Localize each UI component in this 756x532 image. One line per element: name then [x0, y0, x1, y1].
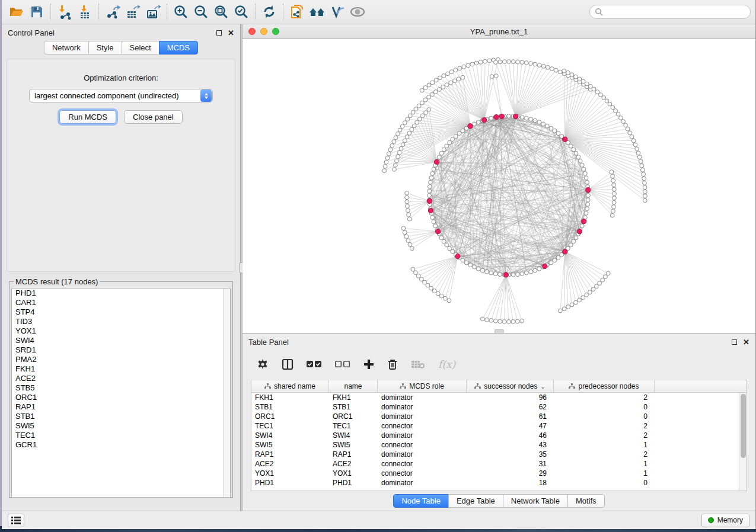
network-node[interactable]: [408, 242, 412, 246]
network-node[interactable]: [384, 160, 388, 164]
mcds-result-item[interactable]: YOX1: [12, 326, 230, 336]
add-icon[interactable]: [363, 359, 374, 370]
network-node[interactable]: [489, 116, 493, 120]
deselect-all-icon[interactable]: [335, 360, 350, 368]
network-node[interactable]: [549, 261, 553, 265]
network-node[interactable]: [640, 164, 644, 168]
network-node[interactable]: [466, 63, 470, 68]
refresh-layout-icon[interactable]: [259, 2, 279, 21]
network-node[interactable]: [430, 172, 435, 176]
zoom-out-icon[interactable]: [191, 2, 211, 21]
search-box[interactable]: [589, 5, 751, 19]
vizmapper-icon[interactable]: [327, 2, 347, 21]
network-node[interactable]: [529, 62, 533, 66]
network-node[interactable]: [390, 143, 394, 148]
optimization-criterion-dropdown[interactable]: largest connected component (undirected): [29, 89, 213, 102]
zoom-selected-icon[interactable]: [231, 2, 251, 21]
network-node[interactable]: [591, 287, 595, 291]
mcds-hub-node[interactable]: [435, 229, 440, 234]
run-mcds-button[interactable]: Run MCDS: [59, 110, 116, 124]
network-node[interactable]: [511, 273, 515, 277]
network-node[interactable]: [585, 180, 589, 184]
network-node[interactable]: [489, 271, 493, 275]
network-node[interactable]: [578, 159, 582, 164]
network-node[interactable]: [483, 59, 487, 63]
network-node[interactable]: [406, 204, 410, 209]
network-node[interactable]: [580, 163, 584, 167]
network-node[interactable]: [403, 230, 407, 235]
network-node[interactable]: [583, 172, 587, 176]
close-panel-icon[interactable]: ✕: [743, 339, 749, 345]
network-node[interactable]: [436, 291, 440, 296]
network-node[interactable]: [404, 235, 409, 239]
network-node[interactable]: [604, 275, 608, 279]
network-node[interactable]: [570, 303, 574, 307]
network-node[interactable]: [598, 281, 602, 286]
mcds-hub-node[interactable]: [468, 124, 473, 129]
mcds-hub-node[interactable]: [434, 159, 439, 164]
tab-edge-table[interactable]: Edge Table: [448, 494, 503, 508]
network-node[interactable]: [569, 243, 573, 247]
network-node[interactable]: [393, 168, 397, 172]
network-node[interactable]: [408, 114, 412, 118]
network-node[interactable]: [405, 135, 409, 139]
network-node[interactable]: [476, 267, 480, 271]
network-node[interactable]: [446, 72, 450, 76]
network-node[interactable]: [533, 268, 537, 273]
network-node[interactable]: [610, 170, 614, 174]
network-node[interactable]: [516, 273, 520, 277]
network-node[interactable]: [457, 77, 461, 81]
mcds-result-item[interactable]: SWI4: [12, 336, 230, 345]
network-node[interactable]: [445, 144, 449, 148]
select-all-icon[interactable]: [307, 360, 322, 368]
network-node[interactable]: [498, 273, 502, 277]
network-node[interactable]: [476, 120, 480, 124]
network-node[interactable]: [515, 319, 519, 323]
mcds-hub-node[interactable]: [494, 114, 499, 119]
zoom-fit-icon[interactable]: [211, 2, 231, 21]
network-node[interactable]: [612, 183, 616, 187]
network-node[interactable]: [624, 123, 628, 127]
tab-network[interactable]: Network: [44, 41, 89, 55]
network-node[interactable]: [427, 108, 431, 112]
network-node[interactable]: [432, 167, 436, 171]
network-node[interactable]: [489, 319, 493, 323]
network-node[interactable]: [403, 139, 407, 143]
save-session-icon[interactable]: [27, 2, 47, 21]
network-node[interactable]: [614, 109, 618, 113]
network-node[interactable]: [626, 127, 630, 131]
network-node[interactable]: [493, 272, 497, 276]
network-node[interactable]: [449, 81, 453, 85]
network-node[interactable]: [430, 92, 434, 97]
network-node[interactable]: [595, 90, 599, 94]
network-node[interactable]: [588, 84, 592, 88]
network-node[interactable]: [424, 111, 428, 115]
network-node[interactable]: [432, 220, 436, 224]
network-node[interactable]: [433, 90, 438, 94]
first-neighbors-icon[interactable]: [307, 2, 327, 21]
network-node[interactable]: [420, 101, 425, 105]
columns-icon[interactable]: [282, 358, 294, 370]
network-node[interactable]: [430, 81, 435, 85]
network-node[interactable]: [397, 150, 401, 155]
network-node[interactable]: [454, 68, 458, 72]
network-node[interactable]: [473, 265, 477, 269]
network-node[interactable]: [401, 143, 405, 147]
network-node[interactable]: [493, 319, 497, 323]
network-node[interactable]: [562, 69, 566, 73]
network-node[interactable]: [639, 159, 643, 164]
network-node[interactable]: [549, 126, 553, 130]
network-node[interactable]: [461, 75, 465, 79]
delete-icon[interactable]: [387, 358, 398, 370]
network-node[interactable]: [537, 63, 541, 68]
network-node[interactable]: [605, 99, 609, 103]
network-node[interactable]: [572, 148, 576, 152]
network-node[interactable]: [396, 132, 400, 136]
network-node[interactable]: [447, 299, 451, 303]
network-node[interactable]: [611, 178, 615, 182]
tab-style[interactable]: Style: [88, 41, 122, 55]
network-node[interactable]: [574, 236, 578, 240]
network-node[interactable]: [556, 255, 560, 259]
network-node[interactable]: [507, 320, 511, 324]
network-node[interactable]: [407, 213, 411, 217]
